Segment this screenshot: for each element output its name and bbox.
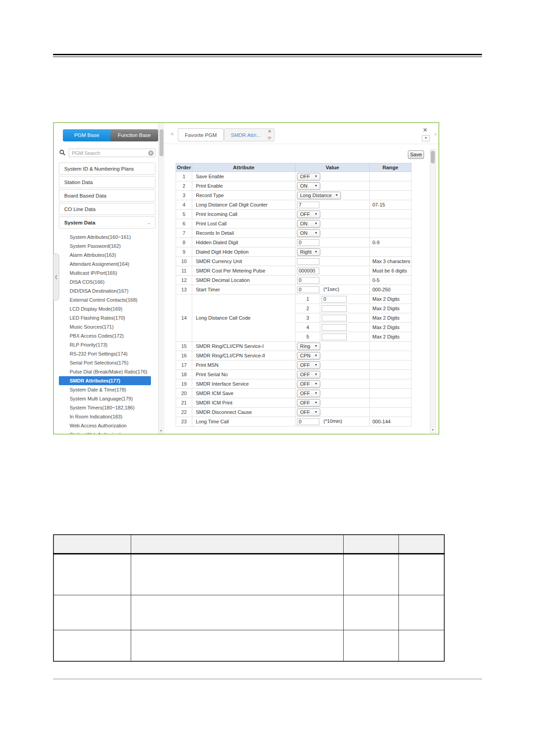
record-type-select[interactable]: Long Distance▼	[297, 192, 341, 199]
table-row-12: 12SMDR Decimal Location0-5	[176, 276, 411, 285]
range-cell: Max 2 Digits	[370, 313, 411, 323]
smdr-icm-print-select-value: OFF	[300, 400, 312, 405]
smdr-icm-print-select[interactable]: OFF▼	[297, 399, 320, 407]
tab-smdr-attributes[interactable]: SMDR Attri... ✕ ⟳	[224, 128, 274, 141]
save-enable-select[interactable]: OFF▼	[297, 173, 320, 180]
smdr-interface-service-select[interactable]: OFF▼	[297, 380, 320, 388]
long-distance-call-code-input-2[interactable]	[322, 305, 347, 312]
dialed-digit-hide-option-select[interactable]: Right▼	[297, 248, 320, 256]
smdr-ring-cli-cpn-service-ii-select[interactable]: CPN▼	[297, 352, 320, 360]
long-distance-call-code-input-4[interactable]	[322, 324, 347, 331]
smdr-decimal-location-input[interactable]	[297, 277, 319, 284]
content-scrollbar-thumb[interactable]	[431, 151, 435, 163]
sidebar-item-disa-cos-166-[interactable]: DISA COS(166)	[59, 277, 155, 286]
tab-list-dropdown-icon[interactable]: ▼	[422, 135, 430, 141]
sidebar-scrollbar[interactable]: ▼	[158, 123, 164, 434]
smdr-currency-unit-input[interactable]	[297, 258, 319, 265]
long-time-call-input[interactable]	[297, 418, 319, 425]
sidebar-item-station-web-authorization[interactable]: Station Web Authorization	[59, 430, 155, 434]
long-distance-call-code-input-3[interactable]	[322, 315, 347, 321]
sidebar-section-station-data[interactable]: Station Data	[59, 176, 155, 188]
smdr-ring-cli-cpn-service-i-select[interactable]: Ring▼	[297, 343, 320, 350]
sidebar-item-serial-port-selections-175-[interactable]: Serial Port Selections(175)	[59, 358, 155, 367]
records-in-detail-select[interactable]: ON▼	[297, 229, 320, 237]
smdr-icm-save-select[interactable]: OFF▼	[297, 390, 320, 397]
value-cell: ON▼	[296, 219, 370, 229]
tab-scroll-left-icon[interactable]: <	[171, 131, 173, 136]
smdr-disconnect-cause-select[interactable]: OFF▼	[297, 409, 320, 416]
sidebar-collapse-handle[interactable]: ❮	[53, 254, 59, 300]
print-lost-call-select[interactable]: ON▼	[297, 220, 320, 228]
sidebar-item-system-multi-language-179-[interactable]: System Multi Language(179)	[59, 394, 155, 403]
sidebar-item-pulse-dial-break-make-ratio-176-[interactable]: Pulse Dial (Break/Make) Ratio(176)	[59, 367, 155, 376]
sidebar-section-system-id-numbering-plans[interactable]: System ID & Numbering Plans	[59, 163, 155, 175]
sidebar-item-external-control-contacts-168-[interactable]: External Control Contacts(168)	[59, 295, 155, 304]
footer-rule	[53, 679, 482, 679]
table-row-16: 16SMDR Ring/CLI/CPN Service-IICPN▼	[176, 351, 411, 360]
long-distance-call-code-input-5[interactable]	[322, 334, 347, 340]
sidebar-item-system-password-162-[interactable]: System Password(162)	[59, 242, 155, 251]
print-serial-no-select[interactable]: OFF▼	[297, 371, 320, 378]
sidebar-scroll-down-icon[interactable]: ▼	[159, 429, 163, 432]
table-header-row: Order Attribute Value Range	[176, 163, 411, 172]
long-distance-call-digit-counter-input[interactable]	[297, 202, 319, 208]
sidebar-section-board-based-data[interactable]: Board Based Data	[59, 189, 155, 202]
sidebar-item-alarm-attributes-163-[interactable]: Alarm Attributes(163)	[59, 251, 155, 259]
range-cell: 000-144	[370, 417, 411, 426]
spec-table-row-2	[53, 595, 444, 630]
range-cell: 000-250	[370, 285, 411, 294]
print-incoming-call-select-value: OFF	[300, 211, 312, 217]
clear-search-icon[interactable]: ✕	[148, 150, 154, 156]
sidebar-item-led-flashing-rates-170-[interactable]: LED Flashing Rates(170)	[59, 313, 155, 322]
sidebar-section-co-line-data[interactable]: CO Line Data	[59, 203, 155, 215]
range-cell	[370, 191, 411, 200]
sidebar-item-rlp-priority-173-[interactable]: RLP Priority(173)	[59, 340, 155, 349]
sidebar-scrollbar-thumb[interactable]	[159, 129, 164, 156]
print-incoming-call-select[interactable]: OFF▼	[297, 211, 320, 218]
sidebar-item-rs-232-port-settings-174-[interactable]: RS-232 Port Settings(174)	[59, 349, 155, 358]
tab-refresh-icon[interactable]: ⟳	[268, 136, 273, 141]
value-cell: OFF▼	[296, 379, 370, 389]
value-cell	[320, 313, 370, 323]
tab-scroll-right-icon[interactable]: >	[434, 132, 437, 137]
tab-function-base[interactable]: Function Base	[111, 129, 158, 141]
value-cell: Long Distance▼	[296, 191, 370, 200]
attribute-cell: SMDR Interface Service	[192, 379, 296, 389]
value-cell: OFF▼	[296, 408, 370, 417]
sidebar-item-pbx-access-codes-172-[interactable]: PBX Access Codes(172)	[59, 331, 155, 340]
start-timer-input[interactable]	[297, 286, 319, 293]
sidebar-item-smdr-attributes-177-[interactable]: SMDR Attributes(177)	[59, 376, 151, 385]
tab-favorite-pgm[interactable]: Favorite PGM	[178, 128, 224, 141]
smdr-ring-cli-cpn-service-ii-select-value: CPN	[300, 353, 312, 358]
sidebar-item-did-disa-destination-167-[interactable]: DID/DISA Destination(167)	[59, 286, 155, 295]
content-scroll-down-icon[interactable]: ▼	[430, 426, 435, 432]
print-enable-select[interactable]: ON▼	[297, 182, 320, 190]
sidebar-item-attendant-assignment-164-[interactable]: Attendant Assignment(164)	[59, 259, 155, 268]
tab-pgm-base[interactable]: PGM Base	[63, 129, 111, 141]
sidebar-item-music-sources-171-[interactable]: Music Sources(171)	[59, 322, 155, 331]
chevron-down-icon: ▼	[314, 363, 318, 366]
sidebar-section-system-data[interactable]: System Data⌄	[59, 216, 155, 229]
hidden-dialed-digit-input[interactable]	[297, 239, 319, 246]
print-msn-select[interactable]: OFF▼	[297, 361, 320, 369]
close-all-tabs-icon[interactable]: ✕	[423, 127, 428, 133]
table-row-21: 21SMDR ICM PrintOFF▼	[176, 398, 411, 408]
smdr-cost-per-metering-pulse-input[interactable]	[297, 268, 319, 274]
content-scrollbar[interactable]: ▼	[430, 149, 436, 433]
long-distance-call-code-input-1[interactable]	[322, 296, 347, 303]
sidebar-item-system-date-time-178-[interactable]: System Date & Time(178)	[59, 385, 155, 394]
sidebar-item-lcd-display-mode-169-[interactable]: LCD Display Mode(169)	[59, 304, 155, 313]
sidebar-item-multicast-ip-port-165-[interactable]: Multicast IP/Port(165)	[59, 268, 155, 277]
range-cell	[370, 247, 411, 257]
records-in-detail-select-value: ON	[300, 230, 312, 236]
sidebar-item-system-timers-180-182-186-[interactable]: System Timers(180~182,186)	[59, 403, 155, 412]
tab-close-icon[interactable]: ✕	[268, 129, 273, 134]
sidebar-item-in-room-indication-183-[interactable]: In Room Indication(183)	[59, 412, 155, 421]
search-input[interactable]	[69, 149, 155, 157]
sidebar-item-web-access-authorization[interactable]: Web Access Authorization	[59, 421, 155, 430]
table-row-10: 10SMDR Currency UnitMax 3 characters	[176, 257, 411, 266]
table-row-1: 1Save EnableOFF▼	[176, 172, 411, 181]
sidebar-item-system-attributes-160-161-[interactable]: System Attributes(160~161)	[59, 233, 155, 242]
save-button[interactable]: Save	[408, 150, 424, 159]
smdr-attributes-table: Order Attribute Value Range 1Save Enable…	[176, 163, 411, 426]
